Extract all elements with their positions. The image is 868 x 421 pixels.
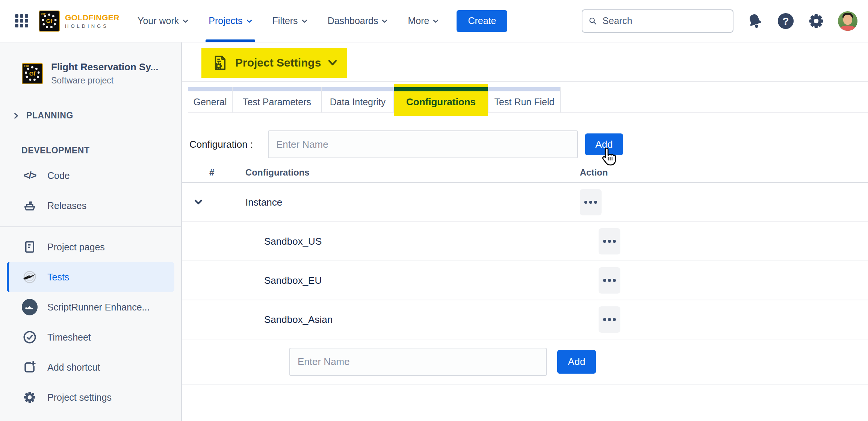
- sub-configuration-name-input[interactable]: [289, 348, 547, 376]
- user-avatar[interactable]: [838, 11, 857, 31]
- main-content: Project Settings General Test Parameters: [182, 42, 868, 421]
- ship-icon: [22, 198, 38, 214]
- row-actions-menu-button[interactable]: [599, 306, 620, 333]
- sidebar-item-releases[interactable]: Releases: [0, 191, 181, 221]
- add-configuration-button[interactable]: Add: [585, 133, 623, 155]
- logo-badge-text: 79F: [41, 12, 46, 15]
- search-icon: [588, 16, 597, 26]
- document-gear-icon: [211, 54, 228, 71]
- sidebar-item-project-settings[interactable]: Project settings: [0, 382, 181, 412]
- row-actions-menu-button[interactable]: [599, 228, 620, 254]
- app-switcher-icon[interactable]: [15, 14, 28, 27]
- sidebar-item-tests[interactable]: Tests: [7, 262, 174, 292]
- configuration-name: Sandbox_EU: [245, 275, 580, 286]
- code-icon: </>: [22, 168, 38, 183]
- nav-projects[interactable]: Projects: [209, 0, 252, 42]
- notifications-bell-icon[interactable]: [746, 12, 764, 30]
- tab-data-integrity[interactable]: Data Integrity: [322, 87, 394, 112]
- configuration-form: Configuration : Add: [189, 130, 868, 158]
- project-sidebar: 79F Gf Flight Reservation Sy... Software…: [0, 42, 182, 421]
- sidebar-item-timesheet[interactable]: Timesheet: [0, 322, 181, 352]
- top-navigation-bar: 79F Gf GOLDFINGER HOLDINGS Your work Pro…: [0, 0, 868, 42]
- search-box[interactable]: [582, 9, 733, 33]
- svg-text:?: ?: [783, 15, 789, 27]
- table-row: Sandbox_US: [182, 222, 868, 261]
- nav-menus: Your work Projects Filters Dashboards Mo…: [138, 0, 439, 42]
- avatar-face: [843, 15, 852, 25]
- row-actions-menu-button[interactable]: [580, 189, 602, 215]
- chevron-down-icon: [302, 19, 307, 24]
- sidebar-items: </> Code Releases: [0, 161, 181, 412]
- settings-gear-icon[interactable]: [808, 13, 824, 29]
- tests-vortex-icon: [22, 269, 38, 285]
- tab-strip: [233, 87, 321, 91]
- brand-company: GOLDFINGER: [65, 13, 119, 22]
- tab-general[interactable]: General: [188, 87, 232, 112]
- table-row: Sandbox_Asian: [182, 300, 868, 339]
- sidebar-item-project-pages[interactable]: Project pages: [0, 232, 181, 262]
- configuration-label: Configuration :: [189, 139, 268, 150]
- project-type: Software project: [51, 76, 159, 86]
- column-header-configurations: Configurations: [245, 167, 580, 178]
- gear-icon: [22, 389, 38, 405]
- chevron-down-icon: [328, 59, 337, 67]
- column-header-index: #: [194, 167, 245, 178]
- sidebar-item-add-shortcut[interactable]: Add shortcut: [0, 352, 181, 382]
- brand-division: HOLDINGS: [65, 23, 119, 29]
- chevron-down-icon: [382, 19, 387, 24]
- configuration-name: Sandbox_US: [245, 236, 580, 247]
- settings-tabs: General Test Parameters Data Integrity C…: [188, 87, 868, 113]
- brand-logo[interactable]: 79F Gf GOLDFINGER HOLDINGS: [39, 11, 119, 32]
- page-title: Project Settings: [235, 56, 321, 69]
- row-actions-menu-button[interactable]: [599, 267, 620, 294]
- logo-monogram: Gf: [46, 18, 53, 24]
- document-icon: [22, 239, 38, 255]
- nav-dashboards[interactable]: Dashboards: [328, 0, 388, 42]
- app-window: 79F Gf GOLDFINGER HOLDINGS Your work Pro…: [0, 0, 868, 421]
- chevron-down-icon: [183, 19, 188, 24]
- tab-test-run-field[interactable]: Test Run Field: [488, 87, 561, 112]
- table-header-row: # Configurations Action: [182, 163, 868, 183]
- add-shortcut-icon: [22, 359, 38, 375]
- brand-text: GOLDFINGER HOLDINGS: [65, 13, 119, 29]
- tab-strip: [488, 87, 560, 91]
- tab-configurations[interactable]: Configurations: [394, 87, 488, 112]
- page-title-section: Project Settings: [182, 42, 868, 82]
- column-header-action: Action: [580, 167, 868, 178]
- tab-active-strip: [394, 87, 488, 91]
- project-settings-dropdown[interactable]: Project Settings: [201, 48, 347, 78]
- search-input[interactable]: [602, 15, 727, 26]
- nav-more[interactable]: More: [408, 0, 439, 42]
- tab-test-parameters[interactable]: Test Parameters: [232, 87, 322, 112]
- chevron-right-icon: [13, 112, 20, 119]
- sidebar-section-planning[interactable]: PLANNING: [0, 111, 181, 121]
- nav-your-work[interactable]: Your work: [138, 0, 188, 42]
- configuration-name-input[interactable]: [268, 130, 578, 158]
- project-header[interactable]: 79F Gf Flight Reservation Sy... Software…: [0, 61, 181, 86]
- configuration-name: Instance: [245, 197, 580, 208]
- create-button[interactable]: Create: [457, 10, 507, 32]
- tab-strip: [322, 87, 393, 91]
- logo-ring: Gf: [42, 14, 57, 29]
- avatar-shirt: [839, 26, 856, 31]
- sidebar-divider: [0, 226, 181, 227]
- sidebar-section-development: DEVELOPMENT: [0, 145, 181, 156]
- scriptrunner-shoe-icon: [22, 299, 38, 315]
- sidebar-item-code[interactable]: </> Code: [0, 161, 181, 191]
- add-sub-configuration-button[interactable]: Add: [557, 350, 596, 374]
- project-name: Flight Reservation Sy...: [51, 61, 159, 73]
- project-avatar-icon: 79F Gf: [22, 63, 43, 84]
- sidebar-item-scriptrunner[interactable]: ScriptRunner Enhance...: [0, 292, 181, 322]
- nav-filters[interactable]: Filters: [272, 0, 307, 42]
- nav-right-icons: ?: [746, 11, 857, 31]
- project-header-text: Flight Reservation Sy... Software projec…: [51, 61, 159, 86]
- chevron-down-icon: [246, 19, 252, 24]
- collapse-row-chevron[interactable]: [194, 199, 245, 205]
- goldfinger-logo-icon: 79F Gf: [39, 11, 60, 32]
- help-icon[interactable]: ?: [777, 12, 794, 30]
- add-sub-configuration-row: Add: [182, 339, 868, 385]
- tab-strip: [188, 87, 232, 91]
- chevron-down-icon: [433, 19, 439, 24]
- configuration-name: Sandbox_Asian: [245, 314, 580, 326]
- table-row: Instance: [182, 183, 868, 222]
